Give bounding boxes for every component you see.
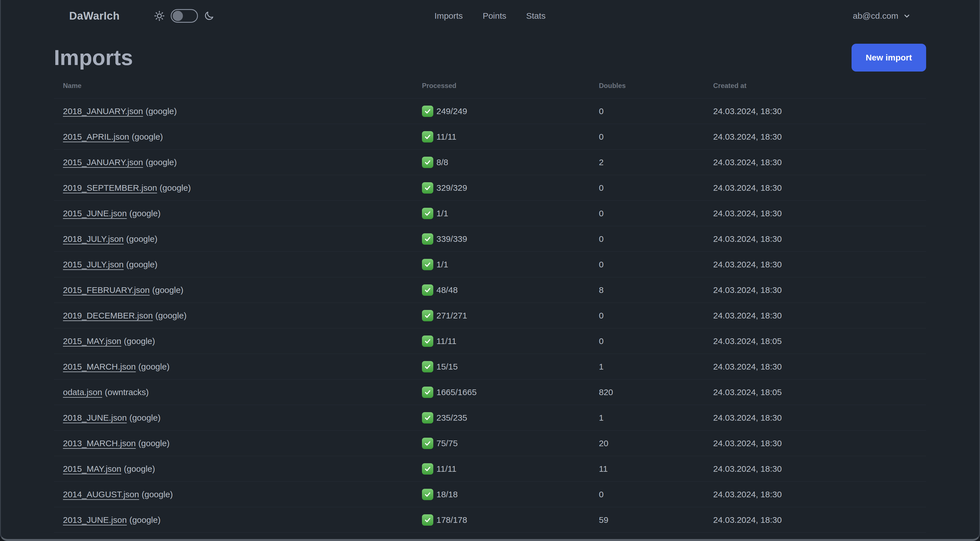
import-file-link[interactable]: 2018_JUNE.json — [63, 413, 127, 422]
table-row: 2015_JANUARY.json(google) 8/8 2 24.03.20… — [54, 150, 926, 175]
account-email: ab@cd.com — [853, 11, 898, 21]
processed-check-icon — [422, 105, 433, 117]
table-header-row: Name Processed Doubles Created at — [54, 74, 926, 99]
import-file-link[interactable]: odata.json — [63, 388, 102, 397]
processed-check-icon — [422, 412, 433, 423]
import-source-label: (google) — [132, 132, 163, 141]
theme-toggle-knob — [173, 11, 183, 21]
processed-check-icon — [422, 131, 433, 142]
import-file-link[interactable]: 2018_JANUARY.json — [63, 107, 143, 116]
import-source-label: (google) — [129, 515, 161, 525]
column-header-doubles: Doubles — [590, 74, 704, 99]
import-file-link[interactable]: 2015_FEBRUARY.json — [63, 285, 150, 295]
processed-check-icon — [422, 335, 433, 347]
moon-icon — [204, 11, 215, 21]
created-at: 24.03.2024, 18:30 — [704, 456, 926, 482]
processed-check-icon — [422, 540, 433, 541]
created-at: 24.03.2024, 18:30 — [704, 507, 926, 533]
theme-toggle[interactable] — [171, 9, 198, 23]
created-at: 24.03.2024, 18:30 — [704, 150, 926, 175]
processed-count: 329/329 — [436, 183, 467, 193]
processed-check-icon — [422, 182, 433, 193]
created-at: 24.03.2024, 18:30 — [704, 201, 926, 226]
import-file-link[interactable]: 2013_JUNE.json — [63, 515, 127, 525]
processed-check-icon — [422, 208, 433, 219]
nav-link-points[interactable]: Points — [483, 11, 506, 21]
created-at: 24.03.2024, 18:30 — [704, 303, 926, 329]
table-row: 2015_JUNE.json(google) 1/1 0 24.03.2024,… — [54, 201, 926, 226]
processed-count: 1/1 — [436, 260, 448, 270]
column-header-created-at: Created at — [704, 74, 926, 99]
processed-check-icon — [422, 463, 433, 475]
processed-count: 11/11 — [436, 464, 457, 474]
nav-link-stats[interactable]: Stats — [526, 11, 546, 21]
import-file-link[interactable]: 2015_JUNE.json — [63, 209, 127, 218]
app-window: DaWarIch Imports Points — [0, 0, 980, 541]
import-file-link[interactable]: 2015_JULY.json — [63, 260, 124, 269]
account-menu[interactable]: ab@cd.com — [853, 11, 911, 21]
created-at: 24.03.2024, 18:30 — [704, 175, 926, 201]
table-row: 2018_JANUARY.json(google) 249/249 0 24.0… — [54, 99, 926, 124]
doubles-count: 0 — [590, 303, 704, 329]
doubles-count: 2 — [590, 150, 704, 175]
import-file-link[interactable]: 2019_DECEMBER.json — [63, 311, 153, 320]
import-file-link[interactable]: 2013_MARCH.json — [63, 439, 136, 448]
processed-count: 249/249 — [436, 107, 467, 116]
nav-link-imports[interactable]: Imports — [434, 11, 463, 21]
processed-count: 271/271 — [436, 311, 467, 321]
imports-table: Name Processed Doubles Created at 2018_J… — [54, 74, 926, 541]
import-file-link[interactable]: 2015_MAY.json — [63, 464, 121, 474]
created-at: 24.03.2024, 18:30 — [704, 354, 926, 380]
sun-icon — [154, 10, 165, 22]
table-row: 2015_APRIL.json(google) 11/11 0 24.03.20… — [54, 124, 926, 150]
created-at: 24.03.2024, 18:30 — [704, 99, 926, 124]
import-source-label: (google) — [126, 234, 158, 244]
created-at: 24.03.2024, 18:30 — [704, 226, 926, 252]
import-source-label: (google) — [142, 490, 173, 499]
processed-count: 339/339 — [436, 234, 467, 244]
import-file-link[interactable]: 2014_AUGUST.json — [63, 490, 139, 499]
table-row: 2015_FEBRUARY.json(google) 48/48 8 24.03… — [54, 277, 926, 303]
import-source-label: (google) — [155, 311, 186, 320]
doubles-count: 0 — [590, 201, 704, 226]
doubles-count: 11 — [590, 456, 704, 482]
app-logo[interactable]: DaWarIch — [69, 10, 120, 22]
created-at: 24.03.2024, 18:30 — [704, 482, 926, 507]
doubles-count: 820 — [590, 380, 704, 405]
import-source-label: (google) — [124, 464, 155, 474]
import-source-label: (google) — [129, 209, 161, 218]
imports-table-body: 2018_JANUARY.json(google) 249/249 0 24.0… — [54, 99, 926, 541]
import-source-label: (google) — [126, 260, 158, 269]
processed-count: 235/235 — [436, 413, 467, 423]
import-file-link[interactable]: 2018_JULY.json — [63, 234, 124, 244]
new-import-button[interactable]: New import — [851, 44, 926, 72]
import-file-link[interactable]: 2019_SEPTEMBER.json — [63, 183, 157, 192]
import-source-label: (google) — [160, 183, 191, 192]
table-row: 2013_JUNE.json(google) 178/178 59 24.03.… — [54, 507, 926, 533]
doubles-count: 0 — [590, 252, 704, 277]
processed-check-icon — [422, 361, 433, 372]
import-file-link[interactable]: 2015_JANUARY.json — [63, 158, 143, 167]
processed-count: 1665/1665 — [436, 388, 477, 397]
import-file-link[interactable]: 2015_MAY.json — [63, 336, 121, 346]
doubles-count: 1 — [590, 354, 704, 380]
table-row: odata.json(owntracks) 1665/1665 820 24.0… — [54, 380, 926, 405]
table-row: 2018_JULY.json(google) 339/339 0 24.03.2… — [54, 226, 926, 252]
created-at: 24.03.2024, 18:30 — [704, 405, 926, 431]
table-row — [54, 533, 926, 541]
column-header-name: Name — [54, 74, 413, 99]
table-row: 2014_AUGUST.json(google) 18/18 0 24.03.2… — [54, 482, 926, 507]
created-at: 24.03.2024, 18:05 — [704, 329, 926, 354]
doubles-count: 0 — [590, 226, 704, 252]
main-nav: Imports Points Stats — [434, 11, 546, 21]
doubles-count: 0 — [590, 175, 704, 201]
import-file-link[interactable]: 2015_APRIL.json — [63, 132, 129, 141]
import-source-label: (google) — [138, 362, 170, 371]
processed-count: 8/8 — [436, 158, 448, 167]
import-file-link[interactable]: 2015_MARCH.json — [63, 362, 136, 371]
doubles-count: 59 — [590, 507, 704, 533]
processed-count: 18/18 — [436, 490, 458, 499]
processed-count: 11/11 — [436, 336, 457, 346]
chevron-down-icon — [903, 12, 911, 20]
doubles-count: 0 — [590, 99, 704, 124]
